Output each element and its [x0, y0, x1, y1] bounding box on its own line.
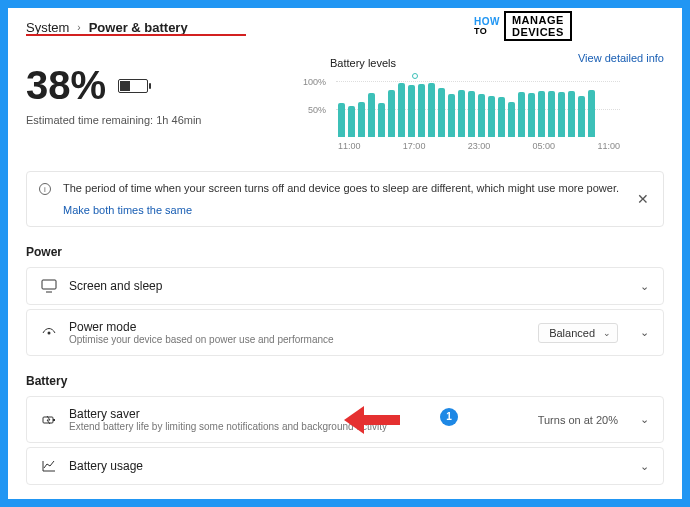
battery-saver-row[interactable]: Battery saver Extend battery life by lim…	[26, 396, 664, 443]
logo-line2: DEVICES	[512, 26, 564, 38]
chart-bar	[448, 94, 455, 137]
svg-rect-0	[42, 280, 56, 289]
estimated-label: Estimated time remaining:	[26, 114, 153, 126]
xtick: 17:00	[403, 141, 426, 151]
xtick: 11:00	[597, 141, 620, 151]
xtick: 05:00	[533, 141, 556, 151]
row-title: Battery usage	[69, 459, 628, 473]
chart-bar	[358, 102, 365, 137]
info-icon: i	[39, 183, 51, 195]
chart-bar	[378, 103, 385, 137]
battery-saver-icon	[41, 412, 57, 428]
chart-bar	[588, 90, 595, 137]
chart-icon	[41, 458, 57, 474]
chart-marker-icon	[412, 73, 418, 79]
chevron-down-icon: ⌄	[640, 413, 649, 426]
chart-bar	[568, 91, 575, 137]
chart-bar	[398, 83, 405, 137]
ytick-100: 100%	[303, 77, 326, 87]
chart-bar	[418, 84, 425, 137]
chart-bar	[468, 91, 475, 137]
xtick: 23:00	[468, 141, 491, 151]
breadcrumb-parent[interactable]: System	[26, 20, 69, 35]
chart-bar	[518, 92, 525, 137]
svg-point-2	[48, 331, 51, 334]
chart-bar	[528, 93, 535, 137]
select-value: Balanced	[549, 327, 595, 339]
chart-bar	[558, 92, 565, 137]
chart-bar	[338, 103, 345, 137]
power-mode-icon	[41, 325, 57, 341]
logo-line1: MANAGE	[512, 14, 564, 26]
page-title: Power & battery	[89, 20, 188, 35]
chart-bar	[548, 91, 555, 137]
chart-bar	[408, 85, 415, 137]
power-mode-select[interactable]: Balanced ⌄	[538, 323, 618, 343]
chart-bar	[368, 93, 375, 137]
row-subtitle: Optimise your device based on power use …	[69, 334, 526, 345]
chart-bar	[348, 106, 355, 137]
row-status: Turns on at 20%	[538, 414, 618, 426]
section-battery-label: Battery	[26, 374, 664, 388]
info-text: The period of time when your screen turn…	[63, 182, 619, 194]
chevron-right-icon: ›	[77, 22, 80, 33]
chart-bar	[508, 102, 515, 137]
battery-levels-chart: Battery levels 100% 50% 11:00 17:00 23:0…	[330, 57, 664, 151]
battery-percent: 38%	[26, 63, 106, 108]
row-title: Battery saver	[69, 407, 526, 421]
make-times-same-link[interactable]: Make both times the same	[63, 204, 192, 216]
chevron-down-icon: ⌄	[640, 280, 649, 293]
row-title: Screen and sleep	[69, 279, 628, 293]
logo: HOW TO MANAGE DEVICES	[470, 11, 572, 41]
info-banner: i The period of time when your screen tu…	[26, 171, 664, 227]
svg-rect-4	[53, 419, 55, 421]
battery-icon	[118, 79, 148, 93]
chart-bar	[458, 90, 465, 137]
chevron-down-icon: ⌄	[640, 326, 649, 339]
row-subtitle: Extend battery life by limiting some not…	[69, 421, 526, 432]
chart-bar	[428, 83, 435, 137]
section-power-label: Power	[26, 245, 664, 259]
chart-bar	[498, 97, 505, 137]
chart-bar	[488, 96, 495, 137]
monitor-icon	[41, 278, 57, 294]
chart-bar	[388, 90, 395, 137]
chevron-down-icon: ⌄	[603, 328, 611, 338]
xtick: 11:00	[338, 141, 361, 151]
ytick-50: 50%	[308, 105, 326, 115]
logo-how: HOW	[474, 17, 500, 27]
row-title: Power mode	[69, 320, 526, 334]
chevron-down-icon: ⌄	[640, 460, 649, 473]
logo-to: TO	[474, 27, 500, 36]
battery-usage-row[interactable]: Battery usage ⌄	[26, 447, 664, 485]
annotation-underline	[26, 34, 246, 36]
estimated-time: Estimated time remaining: 1h 46min	[26, 114, 306, 126]
screen-and-sleep-row[interactable]: Screen and sleep ⌄	[26, 267, 664, 305]
chart-bar	[478, 94, 485, 137]
chart-bar	[438, 88, 445, 137]
close-icon[interactable]: ✕	[637, 191, 649, 207]
power-mode-row[interactable]: Power mode Optimise your device based on…	[26, 309, 664, 356]
chart-bar	[538, 91, 545, 137]
chart-title: Battery levels	[330, 57, 664, 69]
estimated-value: 1h 46min	[156, 114, 201, 126]
chart-bar	[578, 96, 585, 137]
